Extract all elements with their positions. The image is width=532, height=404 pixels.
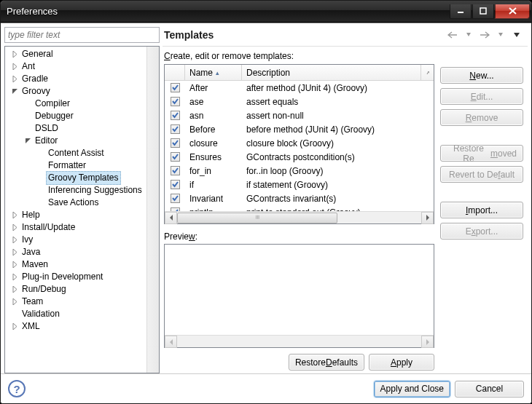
checkbox-icon[interactable] [171, 207, 180, 211]
expand-icon[interactable] [9, 274, 20, 280]
restore-defaults-button[interactable]: Restore Defaults [289, 354, 364, 371]
table-row[interactable]: printlnprint to standard out (Groovy) [165, 205, 434, 211]
tree-item[interactable]: Java [5, 246, 159, 258]
expand-icon[interactable] [9, 286, 20, 293]
tree-item[interactable]: Gradle [5, 73, 159, 85]
collapse-icon[interactable] [9, 88, 20, 95]
tree-item[interactable]: Ant [5, 60, 159, 73]
tree-item[interactable]: Install/Update [5, 221, 159, 234]
tree-item[interactable]: Editor [5, 135, 159, 147]
tree-item[interactable]: Run/Debug [5, 283, 159, 296]
cell-desc: before method (JUnit 4) (Groovy) [242, 124, 434, 135]
edit-button[interactable]: Edit... [440, 88, 523, 105]
forward-menu-icon[interactable] [493, 28, 509, 41]
scroll-thumb[interactable] [177, 213, 337, 223]
remove-button[interactable]: Remove [440, 109, 523, 126]
col-description[interactable]: Description [242, 65, 421, 80]
preferences-tree[interactable]: GeneralAntGradleGroovyCompilerDebuggerDS… [4, 46, 160, 373]
table-row[interactable]: Afterafter method (JUnit 4) (Groovy) [165, 81, 434, 95]
expand-icon[interactable] [9, 212, 20, 218]
minimize-button[interactable] [450, 4, 472, 19]
apply-button[interactable]: Apply [369, 354, 434, 371]
table-row[interactable]: closureclosure block (Groovy) [165, 136, 434, 150]
import-button[interactable]: Import... [440, 202, 523, 218]
expand-icon[interactable] [9, 261, 20, 268]
tree-item[interactable]: Debugger [5, 110, 159, 122]
preview-area[interactable] [164, 244, 434, 348]
checkbox-icon[interactable] [171, 180, 180, 189]
col-check[interactable] [165, 65, 185, 80]
tree-item[interactable]: General [5, 48, 159, 60]
maximize-button[interactable] [472, 4, 494, 19]
cancel-button[interactable]: Cancel [455, 381, 524, 397]
scroll-track[interactable] [177, 212, 421, 224]
tree-item[interactable]: Maven [5, 258, 159, 271]
expand-icon[interactable] [9, 51, 20, 58]
checkbox-icon[interactable] [171, 166, 180, 175]
table-body[interactable]: Afterafter method (JUnit 4) (Groovy)asea… [165, 81, 434, 211]
new-button[interactable]: New... [440, 67, 523, 84]
tree-item[interactable]: Content Assist [5, 147, 159, 159]
expand-icon[interactable] [9, 298, 20, 305]
expand-icon[interactable] [9, 323, 20, 330]
scroll-left-icon[interactable] [165, 212, 177, 224]
expand-icon[interactable] [9, 63, 20, 70]
preview-scroll-right-icon[interactable] [421, 336, 434, 348]
checkbox-icon[interactable] [171, 83, 180, 92]
table-row[interactable]: EnsuresGContracts postcondition(s) [165, 150, 434, 164]
tree-scrollbar[interactable] [146, 47, 159, 373]
expand-icon[interactable] [9, 249, 20, 256]
tree-item-label: Content Assist [46, 147, 106, 159]
titlebar[interactable]: Preferences [1, 1, 531, 23]
tree-item[interactable]: Compiler [5, 98, 159, 110]
tree-item[interactable]: Plug-in Development [5, 271, 159, 283]
back-button[interactable] [445, 28, 461, 41]
table-row[interactable]: asnassert non-null [165, 108, 434, 122]
tree-item[interactable]: Save Actions [5, 197, 159, 209]
close-button[interactable] [495, 4, 530, 19]
tree-item-label: General [20, 48, 55, 60]
apply-and-close-button[interactable]: Apply and Close [374, 381, 450, 397]
forward-button[interactable] [477, 28, 493, 41]
tree-item[interactable]: Formatter [5, 159, 159, 172]
checkbox-icon[interactable] [171, 111, 180, 120]
checkbox-icon[interactable] [171, 138, 180, 148]
col-name[interactable]: Name▴ [185, 65, 242, 80]
expand-icon[interactable] [9, 237, 20, 243]
table-hscrollbar[interactable] [165, 211, 434, 223]
tree-item[interactable]: DSLD [5, 122, 159, 135]
back-menu-icon[interactable] [461, 28, 477, 41]
tree-item[interactable]: Validation [5, 308, 159, 320]
tree-item[interactable]: XML [5, 320, 159, 333]
export-button[interactable]: Export... [440, 223, 523, 239]
collapse-icon[interactable] [23, 138, 33, 144]
checkbox-icon[interactable] [171, 194, 180, 203]
table-row[interactable]: Beforebefore method (JUnit 4) (Groovy) [165, 122, 434, 136]
view-menu-icon[interactable] [509, 28, 525, 41]
expand-icon[interactable] [9, 76, 20, 82]
filter-input[interactable] [4, 27, 160, 43]
tree-item[interactable]: Help [5, 209, 159, 221]
tree-item[interactable]: Groovy [5, 85, 159, 98]
preferences-window: Preferences GeneralAntGradleGroovyCompil… [0, 0, 532, 404]
table-row[interactable]: ifif statement (Groovy) [165, 178, 434, 191]
tree-item[interactable]: Groovy Templates [5, 172, 159, 184]
table-row[interactable]: InvariantGContracts invariant(s) [165, 191, 434, 205]
tree-item[interactable]: Ivy [5, 234, 159, 246]
cell-name: After [185, 83, 242, 93]
table-row[interactable]: for_infor..in loop (Groovy) [165, 164, 434, 178]
expand-icon[interactable] [9, 224, 20, 231]
help-icon[interactable]: ? [8, 380, 26, 397]
preview-hscrollbar[interactable] [165, 335, 434, 347]
scroll-right-icon[interactable] [421, 212, 434, 224]
checkbox-icon[interactable] [171, 152, 180, 162]
preview-scroll-left-icon[interactable] [165, 336, 177, 348]
tree-item[interactable]: Inferencing Suggestions [5, 184, 159, 197]
revert-button[interactable]: Revert to Default [440, 166, 523, 183]
checkbox-icon[interactable] [171, 97, 180, 106]
restore-removed-button[interactable]: Restore Removed [440, 145, 523, 162]
cell-name: println [185, 207, 242, 212]
table-row[interactable]: aseassert equals [165, 95, 434, 108]
checkbox-icon[interactable] [171, 124, 180, 134]
tree-item[interactable]: Team [5, 296, 159, 308]
